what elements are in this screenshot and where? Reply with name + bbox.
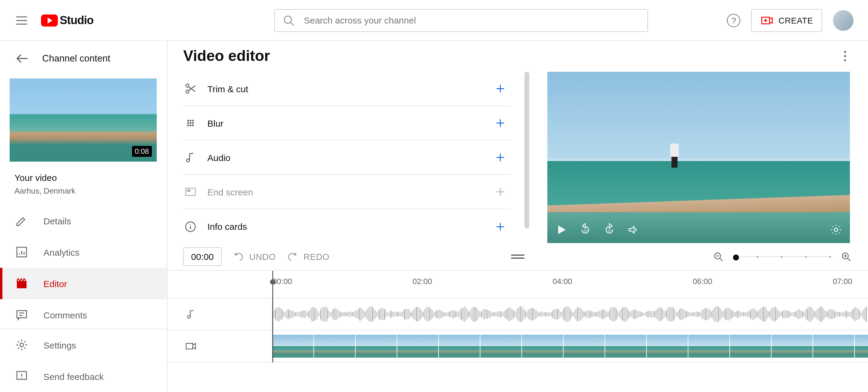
preview-controls: 10 10 bbox=[547, 216, 850, 243]
zoom-out-icon[interactable] bbox=[712, 250, 724, 263]
redo-button[interactable]: REDO bbox=[287, 250, 330, 263]
tool-trim-cut[interactable]: Trim & cut bbox=[183, 72, 511, 106]
timeline-controls: 00:00 UNDO REDO bbox=[167, 243, 868, 271]
sidebar-item-details[interactable]: Details bbox=[0, 205, 167, 236]
your-video-label: Your video bbox=[0, 162, 167, 185]
add-audio-button[interactable] bbox=[490, 147, 511, 168]
zoom-thumb[interactable] bbox=[733, 254, 739, 260]
youtube-play-icon bbox=[41, 14, 58, 26]
add-end-screen-button bbox=[490, 181, 511, 203]
main: Video editor Trim & cut Blur bbox=[167, 41, 868, 392]
redo-icon bbox=[287, 250, 299, 263]
gear-icon bbox=[14, 338, 29, 352]
plus-icon bbox=[494, 185, 507, 199]
search-input[interactable] bbox=[304, 15, 640, 25]
avatar[interactable] bbox=[833, 10, 854, 30]
resize-handle[interactable] bbox=[511, 253, 524, 261]
sidebar-item-editor[interactable]: Editor bbox=[0, 268, 167, 299]
svg-point-13 bbox=[187, 120, 189, 121]
forward-10-icon[interactable]: 10 bbox=[603, 223, 616, 236]
playhead[interactable] bbox=[273, 271, 273, 362]
waveform bbox=[273, 306, 868, 323]
ruler-tick: 07:00 bbox=[833, 277, 852, 286]
svg-point-0 bbox=[284, 16, 292, 23]
sidebar-item-label: Details bbox=[43, 216, 71, 226]
svg-point-12 bbox=[186, 90, 189, 93]
sidebar-item-label: Comments bbox=[43, 310, 87, 320]
svg-point-11 bbox=[186, 84, 189, 87]
timeline: 00:00 02:00 04:00 06:00 07:00 bbox=[167, 271, 868, 362]
svg-point-14 bbox=[190, 120, 191, 121]
video-thumbnail[interactable]: 0:08 bbox=[10, 79, 157, 162]
search-box[interactable] bbox=[274, 9, 648, 32]
zoom-in-icon[interactable] bbox=[840, 250, 852, 263]
back-label: Channel content bbox=[42, 53, 110, 64]
tool-blur[interactable]: Blur bbox=[183, 106, 511, 141]
menu-icon[interactable] bbox=[14, 13, 29, 27]
play-icon[interactable] bbox=[555, 223, 568, 236]
svg-point-31 bbox=[187, 316, 190, 319]
sidebar-item-settings[interactable]: Settings bbox=[0, 329, 167, 361]
redo-label: REDO bbox=[304, 252, 330, 262]
svg-rect-24 bbox=[187, 189, 190, 192]
tool-info-cards[interactable]: Info cards bbox=[183, 209, 511, 244]
tools-scrollbar[interactable] bbox=[524, 72, 529, 229]
help-icon[interactable]: ? bbox=[727, 13, 741, 27]
svg-point-19 bbox=[187, 125, 189, 126]
tool-audio[interactable]: Audio bbox=[183, 141, 511, 175]
back-arrow-icon[interactable] bbox=[14, 51, 30, 66]
tool-end-screen: End screen bbox=[183, 175, 511, 209]
sidebar: Channel content 0:08 Your video Aarhus, … bbox=[0, 41, 167, 392]
ruler-tick: 02:00 bbox=[412, 277, 432, 286]
end-screen-icon bbox=[183, 185, 198, 199]
plus-icon bbox=[494, 220, 507, 233]
studio-logo[interactable]: Studio bbox=[41, 13, 93, 27]
music-note-icon bbox=[183, 150, 198, 164]
tool-label: Trim & cut bbox=[207, 84, 490, 94]
svg-point-21 bbox=[192, 125, 193, 126]
logo-text: Studio bbox=[60, 13, 93, 27]
sidebar-item-comments[interactable]: Comments bbox=[0, 299, 167, 329]
ruler-tick: 06:00 bbox=[692, 277, 712, 286]
music-note-icon bbox=[184, 308, 198, 321]
undo-icon bbox=[232, 250, 244, 263]
svg-rect-4 bbox=[17, 281, 27, 288]
ruler-tick: 04:00 bbox=[553, 277, 572, 286]
add-info-cards-button[interactable] bbox=[490, 216, 511, 237]
svg-point-8 bbox=[844, 51, 846, 53]
video-track-body[interactable] bbox=[273, 330, 868, 362]
svg-point-10 bbox=[844, 59, 846, 61]
header: Studio ? CREATE bbox=[0, 0, 868, 41]
more-vert-icon[interactable] bbox=[838, 49, 852, 63]
comments-icon bbox=[14, 308, 29, 322]
undo-button[interactable]: UNDO bbox=[232, 250, 276, 263]
add-trim-button[interactable] bbox=[490, 78, 511, 99]
settings-gear-icon[interactable] bbox=[830, 223, 843, 236]
create-button[interactable]: CREATE bbox=[751, 9, 822, 32]
pencil-icon bbox=[14, 213, 29, 228]
zoom-slider[interactable] bbox=[733, 256, 832, 257]
scissors-icon bbox=[183, 82, 198, 96]
svg-point-17 bbox=[190, 122, 191, 124]
undo-label: UNDO bbox=[249, 252, 276, 262]
svg-rect-32 bbox=[186, 343, 193, 349]
rewind-10-icon[interactable]: 10 bbox=[579, 223, 592, 236]
clapperboard-icon bbox=[14, 276, 29, 291]
current-time[interactable]: 00:00 bbox=[183, 247, 221, 266]
svg-text:10: 10 bbox=[608, 229, 611, 232]
blur-icon bbox=[183, 116, 198, 130]
create-label: CREATE bbox=[778, 16, 813, 25]
audio-track-body[interactable] bbox=[273, 299, 868, 330]
info-icon bbox=[183, 219, 198, 234]
add-blur-button[interactable] bbox=[490, 112, 511, 134]
svg-text:10: 10 bbox=[584, 229, 587, 232]
svg-point-6 bbox=[20, 343, 24, 347]
search-icon bbox=[282, 13, 296, 27]
sidebar-item-label: Analytics bbox=[43, 247, 80, 257]
svg-point-18 bbox=[192, 122, 193, 124]
plus-icon bbox=[494, 116, 507, 130]
sidebar-item-analytics[interactable]: Analytics bbox=[0, 236, 167, 268]
sidebar-item-label: Editor bbox=[43, 278, 67, 289]
volume-icon[interactable] bbox=[627, 223, 640, 236]
sidebar-item-feedback[interactable]: Send feedback bbox=[0, 361, 167, 392]
